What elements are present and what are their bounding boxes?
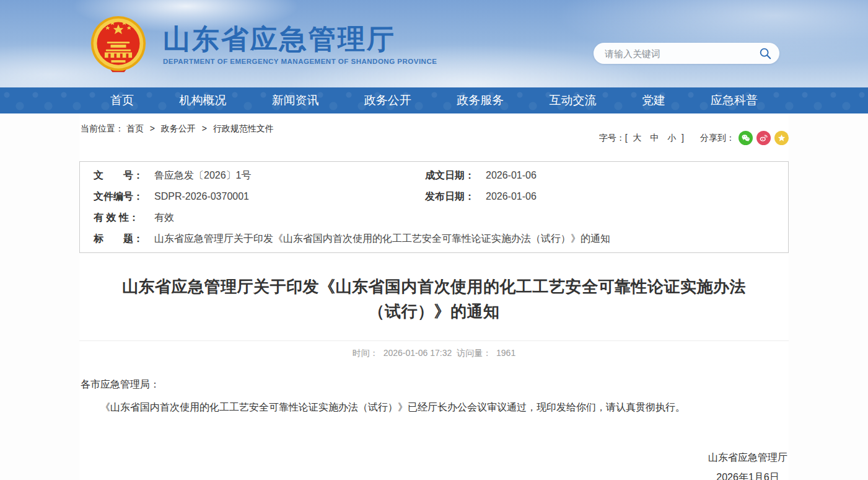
- national-emblem-icon: [89, 15, 148, 74]
- font-size-control: 字号：[ 大 中 小 ]: [599, 133, 684, 144]
- time-label: 时间：: [353, 348, 379, 358]
- article-body: 各市应急管理局： 《山东省国内首次使用的化工工艺安全可靠性论证实施办法（试行）》…: [79, 375, 789, 417]
- search-icon: [758, 47, 772, 60]
- file-code-label: 文件编号：: [80, 186, 154, 207]
- views-label: 访问量：: [457, 348, 491, 358]
- file-code-value: SDPR-2026-0370001: [154, 186, 411, 207]
- written-date-value: 2026-01-06: [486, 165, 788, 186]
- doc-number-label: 文 号：: [80, 165, 154, 186]
- breadcrumb-label: 当前位置：: [81, 123, 124, 133]
- page-content: 当前位置： 首页 > 政务公开 > 行政规范性文件 字号：[ 大 中 小 ] 分…: [79, 113, 789, 480]
- article-meta: 时间： 2026-01-06 17:32 访问量： 1961: [79, 340, 789, 359]
- share-label: 分享到：: [700, 133, 735, 144]
- signature-org: 山东省应急管理厅: [708, 448, 787, 468]
- weibo-icon: [759, 133, 768, 143]
- share-weibo-button[interactable]: [756, 131, 771, 145]
- time-value: 2026-01-06 17:32: [384, 348, 452, 358]
- views-value: 1961: [496, 348, 515, 358]
- breadcrumb: 当前位置： 首页 > 政务公开 > 行政规范性文件: [79, 123, 274, 135]
- search-input[interactable]: [594, 48, 758, 59]
- breadcrumb-link-normative-files[interactable]: 行政规范性文件: [213, 123, 274, 133]
- font-size-large-button[interactable]: 大: [633, 133, 641, 143]
- search-button[interactable]: [758, 47, 779, 60]
- signature-date: 2026年1月6日: [708, 468, 787, 480]
- article-title: 山东省应急管理厅关于印发《山东省国内首次使用的化工工艺安全可靠性论证实施办法（试…: [112, 274, 756, 324]
- site-header: 山东省应急管理厅 DEPARTMENT OF EMERGENCY MANAGEM…: [0, 0, 868, 87]
- share-wechat-button[interactable]: [739, 131, 753, 145]
- main-nav: 首页 机构概况 新闻资讯 政务公开 政务服务 互动交流 党建 应急科普: [0, 87, 868, 113]
- article-salutation: 各市应急管理局：: [81, 375, 787, 394]
- font-size-prefix: 字号：[: [599, 133, 628, 143]
- breadcrumb-link-home[interactable]: 首页: [126, 123, 144, 133]
- site-title: 山东省应急管理厅: [163, 24, 437, 54]
- written-date-label: 成文日期：: [411, 165, 486, 186]
- nav-item-news[interactable]: 新闻资讯: [272, 92, 319, 109]
- site-subtitle: DEPARTMENT OF EMERGENCY MANAGEMENT OF SH…: [163, 58, 437, 65]
- nav-item-home[interactable]: 首页: [110, 92, 134, 109]
- nav-item-gov-disclosure[interactable]: 政务公开: [364, 92, 411, 109]
- doc-title-value: 山东省应急管理厅关于印发《山东省国内首次使用的化工工艺安全可靠性论证实施办法（试…: [154, 228, 788, 249]
- favorite-star-icon: [777, 133, 786, 143]
- font-size-small-button[interactable]: 小: [667, 133, 676, 143]
- font-size-medium-button[interactable]: 中: [650, 133, 659, 143]
- doc-number-value: 鲁应急发〔2026〕1号: [154, 165, 411, 186]
- search-box: [594, 43, 779, 64]
- nav-item-party-building[interactable]: 党建: [642, 92, 665, 109]
- wechat-icon: [741, 133, 750, 143]
- article-paragraph: 《山东省国内首次使用的化工工艺安全可靠性论证实施办法（试行）》已经厅长办公会议审…: [81, 398, 787, 417]
- validity-value: 有效: [154, 207, 788, 228]
- font-size-suffix: ]: [682, 133, 684, 143]
- nav-item-org-overview[interactable]: 机构概况: [179, 92, 226, 109]
- breadcrumb-link-gov-disclosure[interactable]: 政务公开: [161, 123, 196, 133]
- breadcrumb-separator: >: [150, 123, 155, 133]
- publish-date-value: 2026-01-06: [486, 186, 788, 207]
- site-brand[interactable]: 山东省应急管理厅 DEPARTMENT OF EMERGENCY MANAGEM…: [89, 15, 437, 74]
- publish-date-label: 发布日期：: [411, 186, 486, 207]
- validity-label: 有 效 性：: [80, 207, 154, 228]
- article-signature: 山东省应急管理厅 2026年1月6日: [79, 448, 789, 480]
- breadcrumb-separator: >: [202, 123, 207, 133]
- doc-info-box: 文 号： 鲁应急发〔2026〕1号 成文日期： 2026-01-06 文件编号：…: [79, 161, 789, 253]
- nav-item-interaction[interactable]: 互动交流: [549, 92, 596, 109]
- doc-title-label: 标 题：: [80, 228, 154, 249]
- share-favorite-button[interactable]: [774, 131, 789, 145]
- page-tools: 字号：[ 大 中 小 ] 分享到：: [599, 131, 789, 145]
- nav-item-gov-services[interactable]: 政务服务: [457, 92, 504, 109]
- nav-item-emergency-science[interactable]: 应急科普: [711, 92, 758, 109]
